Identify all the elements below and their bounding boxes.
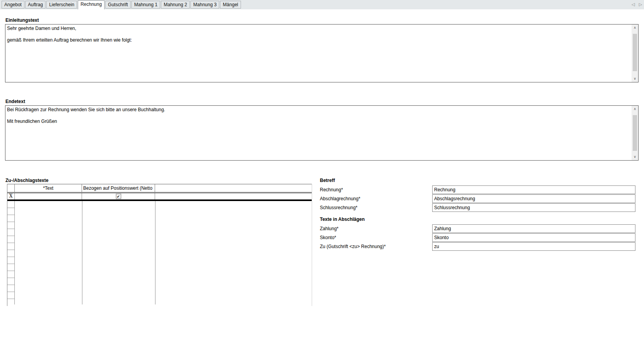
column-divider [155, 201, 155, 304]
zahlung-label: Zahlung* [320, 224, 339, 233]
tab-rechnung[interactable]: Rechnung [78, 0, 105, 9]
betreff-heading: Betreff [320, 178, 335, 183]
endetext-scrollbar[interactable]: ∧ ∨ [632, 106, 638, 160]
zahlung-input[interactable] [432, 224, 635, 233]
einleitungstext-scrollbar[interactable]: ∧ ∨ [632, 24, 638, 82]
abschlagstexte-table[interactable]: *Text Bezogen auf Positionswert (Netto X… [7, 184, 312, 306]
checkmark-icon: ✔ [117, 194, 120, 198]
row-filler-cell [155, 193, 312, 199]
bezogen-checkbox[interactable]: ✔ [116, 194, 121, 199]
scroll-down-icon[interactable]: ∨ [632, 75, 638, 82]
skonto-label: Skonto* [320, 233, 336, 242]
table-header-row: *Text Bezogen auf Positionswert (Netto [7, 184, 312, 193]
einleitungstext-label: Einleitungstext [5, 17, 39, 23]
tab-mahnung-1[interactable]: Mahnung 1 [131, 1, 160, 9]
zu-gutschrift-input[interactable] [432, 242, 635, 251]
endetext-textarea[interactable]: Bei Rückfragen zur Rechnung wenden Sie s… [5, 106, 632, 160]
endetext-box: Bei Rückfragen zur Rechnung wenden Sie s… [5, 105, 639, 161]
abschlagstexte-label: Zu-/Abschlagstexte [5, 178, 49, 183]
row-text-cell[interactable] [15, 193, 82, 199]
header-selector-cell [7, 184, 15, 192]
document-texts-page: Angebot Auftrag Lieferschein Rechnung Gu… [0, 0, 644, 348]
texte-in-abschlaegen-heading: Texte in Abschlägen [320, 217, 365, 222]
tab-list: Angebot Auftrag Lieferschein Rechnung Gu… [2, 0, 242, 9]
abschlagrechnung-input[interactable] [432, 194, 635, 203]
scroll-down-icon[interactable]: ∨ [632, 154, 638, 160]
tab-maengel[interactable]: Mängel [220, 1, 241, 9]
selector-column [7, 201, 15, 304]
table-empty-rows[interactable] [7, 201, 312, 304]
einleitungstext-box: Sehr geehrte Damen und Herren, gemäß Ihr… [5, 24, 639, 82]
scrollbar-thumb[interactable] [633, 34, 637, 71]
endetext-label: Endetext [5, 99, 25, 104]
scroll-up-icon[interactable]: ∧ [632, 24, 638, 31]
skonto-input[interactable] [432, 233, 635, 242]
rechnung-input[interactable] [432, 185, 635, 194]
scrollbar-thumb[interactable] [633, 115, 637, 151]
tab-scroll-left-icon[interactable]: ◁ [630, 2, 636, 7]
rechnung-label: Rechnung* [320, 185, 343, 194]
tab-lieferschein[interactable]: Lieferschein [46, 1, 77, 9]
tab-angebot[interactable]: Angebot [2, 1, 24, 9]
column-divider [82, 201, 82, 304]
row-bezogen-cell[interactable]: ✔ [82, 193, 155, 199]
schlussrechnung-label: Schlussrechnung* [320, 203, 358, 212]
header-filler-cell [155, 184, 312, 192]
header-bezogen-column[interactable]: Bezogen auf Positionswert (Netto [82, 184, 155, 192]
row-selector-cell[interactable]: X [7, 193, 15, 199]
tab-auftrag[interactable]: Auftrag [25, 1, 46, 9]
header-text-column[interactable]: *Text [15, 184, 82, 192]
tab-scroll-right-icon[interactable]: ▷ [638, 2, 643, 7]
schlussrechnung-input[interactable] [432, 203, 635, 212]
tab-mahnung-2[interactable]: Mahnung 2 [161, 1, 190, 9]
scroll-up-icon[interactable]: ∧ [632, 106, 638, 112]
tab-gutschrift[interactable]: Gutschrift [105, 1, 131, 9]
tab-mahnung-3[interactable]: Mahnung 3 [190, 1, 219, 9]
einleitungstext-textarea[interactable]: Sehr geehrte Damen und Herren, gemäß Ihr… [5, 24, 632, 82]
current-row-marker-icon: X [7, 193, 14, 199]
zu-gutschrift-label: Zu (Gutschrift <zu> Rechnung)* [320, 242, 386, 251]
table-row[interactable]: X ✔ [7, 193, 312, 201]
abschlagrechnung-label: Abschlagrechnung* [320, 194, 360, 203]
tab-strip: Angebot Auftrag Lieferschein Rechnung Gu… [0, 0, 644, 9]
